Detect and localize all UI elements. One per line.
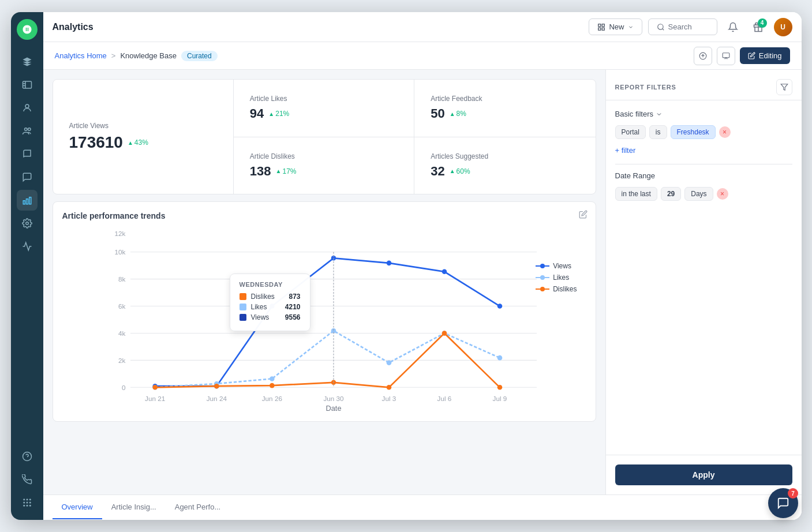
svg-point-1 <box>25 104 29 108</box>
tooltip-row-views: Views 9556 <box>240 313 301 321</box>
basic-filters-label[interactable]: Basic filters <box>615 110 792 118</box>
nav-icon-reports[interactable] <box>17 236 38 257</box>
svg-point-63 <box>152 385 158 390</box>
feedback-value: 50 8% <box>431 106 579 121</box>
nav-icon-home[interactable] <box>17 51 38 72</box>
breadcrumb-bar: Analytics Home > Knowledge Base Curated … <box>43 42 802 70</box>
views-label: Article Views <box>69 122 217 130</box>
nav-icon-chat[interactable] <box>17 167 38 188</box>
svg-point-65 <box>270 383 275 388</box>
new-button[interactable]: New <box>589 18 642 35</box>
legend-dislikes: Dislikes <box>536 285 577 293</box>
feedback-label: Article Feedback <box>431 95 579 103</box>
suggested-label: Articles Suggested <box>431 152 579 160</box>
nav-icon-apps[interactable] <box>17 492 38 513</box>
top-bar: Analytics New Search 4 <box>43 12 802 42</box>
svg-point-68 <box>441 331 447 336</box>
svg-rect-18 <box>598 24 601 26</box>
filter-body: Basic filters Portal is Freshdesk × + fi… <box>606 100 802 455</box>
svg-point-7 <box>25 222 28 225</box>
nav-icon-contacts[interactable] <box>17 98 38 118</box>
search-button[interactable]: Search <box>648 18 717 35</box>
tab-agent-performance[interactable]: Agent Perfo... <box>166 496 230 519</box>
date-range-label: Date Range <box>615 171 792 180</box>
likes-dot <box>240 304 246 310</box>
notifications-button[interactable] <box>723 17 743 37</box>
breadcrumb-actions: Editing <box>694 47 790 65</box>
chart-edit-icon[interactable] <box>579 210 588 221</box>
portal-label-chip: Portal <box>615 125 646 139</box>
tooltip-likes-value: 4210 <box>285 303 301 311</box>
dislikes-dot <box>240 293 246 300</box>
breadcrumb-current: Knowledge Base <box>120 51 177 60</box>
svg-point-58 <box>270 376 275 381</box>
dislikes-label: Article Dislikes <box>250 152 398 160</box>
nav-icon-tickets[interactable] <box>17 74 38 95</box>
svg-rect-4 <box>23 201 25 204</box>
new-label: New <box>609 23 624 31</box>
svg-point-2 <box>24 128 27 131</box>
chart-title: Article performance trends <box>62 211 586 220</box>
user-avatar[interactable]: U <box>774 18 792 36</box>
svg-text:Jun 30: Jun 30 <box>323 395 344 402</box>
svg-text:Jun 26: Jun 26 <box>261 395 282 402</box>
svg-point-12 <box>23 502 25 504</box>
editing-button[interactable]: Editing <box>740 47 790 64</box>
share-button[interactable] <box>717 47 735 65</box>
filter-icon-button[interactable] <box>776 79 792 95</box>
views-dot <box>240 314 246 321</box>
filter-header: REPORT FILTERS <box>606 70 802 100</box>
nav-icon-knowledge[interactable] <box>17 144 38 164</box>
filter-remove-button[interactable]: × <box>719 126 731 138</box>
content-area: Article Views 173610 43% Article Likes 9… <box>43 70 802 494</box>
tooltip-day: WEDNESDAY <box>240 281 301 288</box>
svg-point-3 <box>28 128 31 131</box>
svg-point-22 <box>657 24 663 29</box>
tooltip-row-likes: Likes 4210 <box>240 303 301 311</box>
nav-icon-teams[interactable] <box>17 121 38 141</box>
stats-grid: Article Views 173610 43% Article Likes 9… <box>53 79 596 194</box>
app-logo[interactable] <box>17 19 38 40</box>
svg-rect-27 <box>723 53 729 57</box>
svg-point-17 <box>29 505 31 507</box>
svg-text:Jul 6: Jul 6 <box>437 395 451 402</box>
freshdesk-chip: Freshdesk <box>671 125 716 139</box>
nav-icon-help[interactable] <box>17 446 38 467</box>
filter-title: REPORT FILTERS <box>615 84 676 91</box>
app-title: Analytics <box>53 22 582 32</box>
svg-text:Jul 3: Jul 3 <box>381 395 396 402</box>
add-filter-button[interactable]: + filter <box>615 146 792 155</box>
nav-icon-analytics[interactable] <box>17 190 38 211</box>
svg-text:Date: Date <box>325 404 341 412</box>
date-filter-remove-button[interactable]: × <box>717 188 728 200</box>
views-delta: 43% <box>128 138 148 147</box>
svg-point-10 <box>26 499 28 500</box>
export-button[interactable] <box>694 47 712 65</box>
tabs-bar: Overview Article Insig... Agent Perfo... <box>43 494 802 520</box>
breadcrumb-home[interactable]: Analytics Home <box>55 51 107 60</box>
fab-container: 7 <box>768 488 798 518</box>
stat-card-dislikes: Article Dislikes 138 17% <box>234 137 414 194</box>
feedback-delta: 8% <box>450 110 466 118</box>
right-panel: REPORT FILTERS Basic filters Portal is F… <box>605 70 802 494</box>
main-panel: Article Views 173610 43% Article Likes 9… <box>43 70 605 494</box>
stat-card-feedback: Article Feedback 50 8% <box>414 80 595 137</box>
tab-article-insights[interactable]: Article Insig... <box>102 496 166 519</box>
tab-overview[interactable]: Overview <box>53 496 102 519</box>
legend-views: Views <box>536 262 577 270</box>
svg-point-15 <box>23 505 25 507</box>
svg-text:Jun 24: Jun 24 <box>206 395 227 402</box>
add-filter-label: + filter <box>615 146 636 155</box>
nav-icon-settings[interactable] <box>17 213 38 234</box>
svg-text:Jun 21: Jun 21 <box>145 395 165 402</box>
nav-icon-phone[interactable] <box>17 469 38 490</box>
svg-point-54 <box>441 269 447 275</box>
fab-button[interactable]: 7 <box>768 488 798 518</box>
svg-rect-6 <box>29 197 31 204</box>
gift-button[interactable]: 4 <box>749 17 768 37</box>
tooltip-dislikes-label: Dislikes <box>251 293 285 301</box>
dislikes-value: 138 17% <box>250 164 398 179</box>
legend-likes-label: Likes <box>553 274 569 282</box>
apply-button[interactable]: Apply <box>615 464 792 485</box>
in-the-last-chip: in the last <box>615 187 657 201</box>
